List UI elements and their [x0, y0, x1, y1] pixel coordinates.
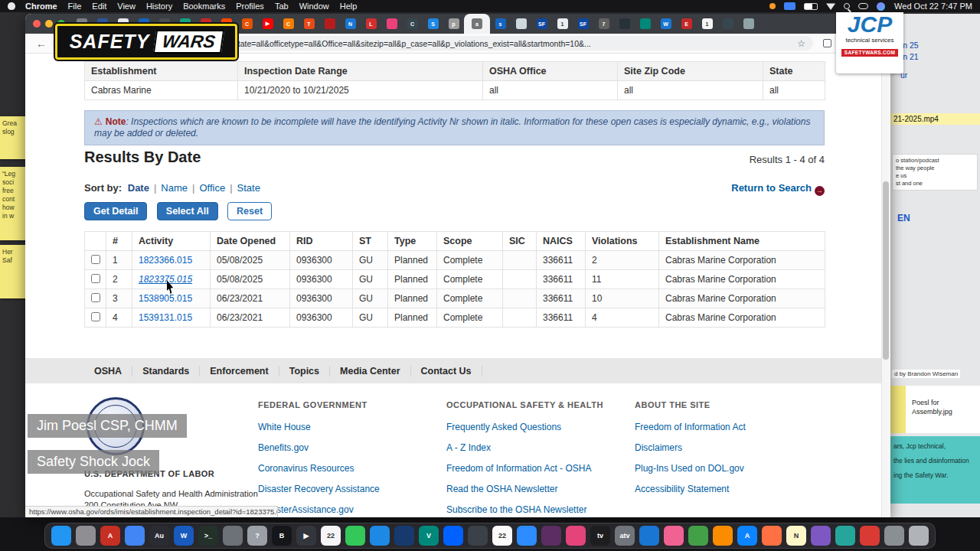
dock-boxcaster[interactable]: B — [272, 526, 292, 546]
rp-en-badge[interactable]: EN — [897, 213, 910, 223]
menu-tab[interactable]: Tab — [275, 2, 289, 11]
dock-gray-app-2[interactable] — [884, 526, 904, 546]
footer-link[interactable]: White House — [258, 422, 446, 432]
browser-tab[interactable]: s — [490, 14, 511, 34]
browser-tab[interactable]: ▶ — [257, 14, 278, 34]
footer-link[interactable]: Coronavirus Resources — [258, 463, 446, 474]
browser-tab[interactable]: W — [655, 14, 676, 34]
row-checkbox[interactable] — [91, 274, 100, 283]
get-detail-button[interactable]: Get Detail — [84, 202, 147, 220]
browser-tab[interactable] — [511, 14, 531, 34]
screen-share-icon[interactable] — [784, 2, 795, 10]
browser-tab[interactable] — [381, 14, 402, 34]
dock-launchpad[interactable] — [76, 526, 96, 546]
dock-pink-app[interactable] — [566, 526, 586, 546]
dock-purple-app[interactable] — [811, 526, 831, 546]
dock-mail[interactable] — [370, 526, 390, 546]
dock-trash[interactable] — [909, 526, 929, 546]
spotlight-icon[interactable] — [844, 3, 850, 9]
control-center-icon[interactable] — [858, 3, 868, 9]
battery-icon[interactable] — [804, 3, 818, 10]
dock-audition[interactable]: Au — [149, 526, 169, 546]
dock-green-app[interactable] — [688, 526, 708, 546]
dock-navy-app[interactable] — [394, 526, 414, 546]
footer-link[interactable]: Plug-Ins Used on DOL.gov — [635, 463, 823, 474]
sort-date[interactable]: Date — [128, 182, 149, 194]
dock-zoom[interactable] — [517, 526, 537, 546]
menu-view[interactable]: View — [117, 2, 136, 11]
browser-tab[interactable]: 1 — [697, 14, 717, 34]
browser-tab[interactable]: SF — [573, 14, 593, 34]
browser-tab[interactable] — [717, 14, 738, 34]
dock-orange-app-2[interactable] — [762, 526, 782, 546]
menu-window[interactable]: Window — [299, 2, 329, 11]
scrollbar-thumb[interactable] — [883, 181, 889, 360]
row-checkbox[interactable] — [91, 255, 100, 264]
browser-tab[interactable] — [635, 14, 655, 34]
row-checkbox[interactable] — [91, 312, 100, 321]
dock-settings[interactable] — [223, 526, 243, 546]
footer-link[interactable]: DisasterAssistance.gov — [258, 504, 446, 515]
browser-tab[interactable]: C — [402, 14, 423, 34]
browser-tab[interactable]: C — [278, 14, 299, 34]
apple-icon[interactable] — [8, 2, 15, 10]
activity-link[interactable]: 1823366.015 — [132, 251, 211, 270]
dock-word[interactable]: W — [174, 526, 194, 546]
footer-link[interactable]: Frequently Asked Questions — [446, 422, 635, 432]
menu-chrome[interactable]: Chrome — [25, 2, 57, 11]
footer-link[interactable]: Disaster Recovery Assistance — [258, 484, 446, 494]
dock-dark-app[interactable] — [468, 526, 488, 546]
footer-nav-enforcement[interactable]: Enforcement — [200, 366, 279, 377]
dock-acrobat[interactable]: A — [100, 526, 120, 546]
browser-tab[interactable]: L — [361, 14, 381, 34]
sort-name[interactable]: Name — [161, 182, 188, 194]
bookmark-star-icon[interactable]: ☆ — [797, 38, 805, 49]
dock-app-store[interactable]: A — [737, 526, 757, 546]
footer-link[interactable]: A - Z Index — [446, 442, 635, 453]
dock-orange-app[interactable] — [713, 526, 733, 546]
close-window-button[interactable] — [33, 20, 41, 28]
browser-tab[interactable] — [319, 14, 340, 34]
menu-file[interactable]: File — [68, 2, 82, 11]
dock-reminders[interactable]: 22 — [492, 526, 512, 546]
wifi-icon[interactable] — [826, 2, 835, 10]
dock-notes[interactable]: N — [786, 526, 806, 546]
minimize-window-button[interactable] — [45, 20, 53, 28]
dock-apple-tv[interactable]: tv — [590, 526, 610, 546]
select-all-button[interactable]: Select All — [157, 202, 218, 220]
browser-tab[interactable]: 7 — [593, 14, 614, 34]
menubar-clock[interactable]: Wed Oct 22 7:47 PM — [894, 2, 972, 11]
footer-nav-topics[interactable]: Topics — [279, 366, 330, 377]
dock-vlc[interactable]: V — [419, 526, 439, 546]
dock-gray-app[interactable]: atv — [615, 526, 635, 546]
dock-teal-app[interactable] — [835, 526, 855, 546]
return-to-search-link[interactable]: Return to Search→ — [731, 182, 825, 196]
activity-link[interactable]: 1539131.015 — [132, 308, 211, 328]
dock-finder[interactable] — [51, 526, 71, 546]
rp-filename[interactable]: 21-2025.mp4 — [890, 113, 980, 125]
footer-nav-contact-us[interactable]: Contact Us — [411, 366, 482, 377]
footer-link[interactable]: Disclaimers — [635, 442, 823, 453]
browser-tab[interactable]: S — [423, 14, 443, 34]
menu-profiles[interactable]: Profiles — [236, 2, 264, 11]
row-checkbox[interactable] — [91, 293, 100, 302]
footer-nav-osha[interactable]: OSHA — [84, 366, 132, 377]
dock-dropbox[interactable] — [443, 526, 463, 546]
browser-tab[interactable] — [738, 14, 759, 34]
footer-link[interactable]: Subscribe to the OSHA Newsletter — [446, 504, 635, 515]
siri-icon[interactable] — [877, 2, 885, 11]
sort-state[interactable]: State — [237, 182, 260, 194]
menu-help[interactable]: Help — [340, 2, 358, 11]
dock-blue-app[interactable] — [639, 526, 659, 546]
sort-office[interactable]: Office — [199, 182, 225, 194]
browser-tab[interactable]: a — [464, 14, 490, 34]
page-scrollbar[interactable] — [881, 54, 890, 517]
footer-link[interactable]: Accessibility Statement — [635, 484, 823, 494]
dock-calendar[interactable]: 22 — [321, 526, 341, 546]
footer-link[interactable]: Read the OSHA Newsletter — [446, 484, 635, 494]
menu-edit[interactable]: Edit — [92, 2, 106, 11]
dock-chrome[interactable] — [125, 526, 145, 546]
menu-bookmarks[interactable]: Bookmarks — [183, 2, 225, 11]
footer-nav-media-center[interactable]: Media Center — [330, 366, 411, 377]
browser-tab[interactable]: C — [237, 14, 257, 34]
